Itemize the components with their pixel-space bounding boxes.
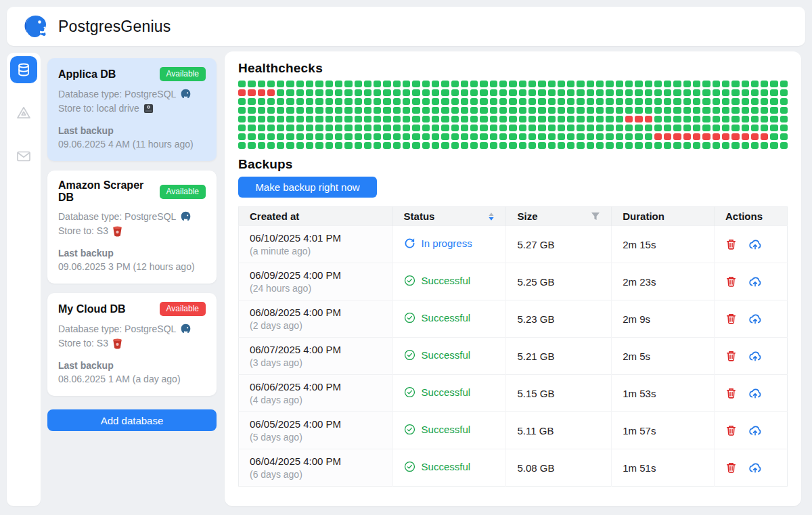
healthcheck-cell-failed bbox=[742, 133, 749, 140]
upload-backup-button[interactable] bbox=[748, 313, 762, 325]
database-name: Amazon Scraper DB bbox=[58, 179, 160, 204]
backup-duration: 2m 23s bbox=[612, 263, 715, 300]
filter-icon[interactable] bbox=[591, 212, 600, 221]
healthcheck-cell-ok bbox=[441, 98, 449, 105]
upload-backup-button[interactable] bbox=[748, 275, 762, 288]
healthcheck-cell-ok bbox=[567, 81, 574, 87]
healthcheck-cell-ok bbox=[325, 98, 333, 105]
column-header-status[interactable]: Status bbox=[392, 207, 506, 226]
healthcheck-cell-ok bbox=[286, 142, 294, 149]
sidebar-icon-rail bbox=[7, 53, 41, 506]
healthcheck-cell-ok bbox=[548, 98, 556, 105]
healthcheck-cell-ok bbox=[248, 142, 255, 149]
last-backup-value: 09.06.2025 3 PM (12 hours ago) bbox=[58, 260, 206, 273]
upload-backup-button[interactable] bbox=[748, 238, 762, 250]
healthcheck-cell-ok bbox=[625, 125, 633, 131]
nav-storage-button[interactable] bbox=[10, 99, 37, 127]
healthcheck-cell-failed bbox=[731, 133, 739, 140]
healthcheck-cell-ok bbox=[645, 125, 652, 131]
upload-backup-button[interactable] bbox=[748, 424, 762, 436]
healthcheck-cell-ok bbox=[277, 107, 284, 114]
delete-backup-button[interactable] bbox=[725, 238, 737, 250]
healthcheck-cell-ok bbox=[383, 116, 390, 122]
healthcheck-cell-ok bbox=[673, 107, 681, 114]
healthcheck-cell-ok bbox=[267, 142, 275, 149]
healthcheck-cell-ok bbox=[393, 81, 401, 87]
availability-badge: Available bbox=[160, 185, 206, 199]
s3-icon bbox=[112, 338, 122, 349]
healthcheck-cell-ok bbox=[770, 125, 777, 131]
database-card[interactable]: Applica DB Available Database type: Post… bbox=[47, 58, 217, 161]
healthcheck-cell-ok bbox=[364, 142, 371, 149]
healthcheck-cell-ok bbox=[461, 107, 468, 114]
healthcheck-cell-ok bbox=[664, 142, 671, 149]
mail-icon bbox=[16, 148, 32, 164]
healthcheck-cell-ok bbox=[315, 81, 323, 87]
healthcheck-cell-ok bbox=[355, 125, 362, 131]
delete-backup-button[interactable] bbox=[725, 313, 737, 325]
healthcheck-cell-ok bbox=[238, 142, 246, 149]
backup-relative-time: (24 hours ago) bbox=[250, 282, 382, 295]
healthcheck-cell-ok bbox=[451, 142, 459, 149]
healthcheck-cell-failed bbox=[713, 133, 720, 140]
healthcheck-cell-ok bbox=[490, 116, 497, 122]
database-type-label: Database type: PostgreSQL bbox=[58, 87, 176, 102]
healthcheck-cell-ok bbox=[625, 81, 633, 87]
healthcheck-cell-ok bbox=[780, 107, 788, 114]
database-list: Applica DB Available Database type: Post… bbox=[47, 58, 217, 431]
healthcheck-cell-ok bbox=[238, 125, 246, 131]
healthcheck-cell-ok bbox=[654, 142, 662, 149]
column-header-size[interactable]: Size bbox=[506, 207, 612, 226]
healthcheck-cell-ok bbox=[432, 81, 439, 87]
healthcheck-cell-ok bbox=[538, 116, 545, 122]
nav-databases-button[interactable] bbox=[10, 56, 37, 83]
delete-backup-button[interactable] bbox=[725, 424, 737, 436]
healthcheck-cell-ok bbox=[731, 81, 739, 87]
healthcheck-cell-ok bbox=[393, 133, 401, 140]
upload-backup-button[interactable] bbox=[748, 387, 762, 399]
healthcheck-cell-ok bbox=[683, 98, 691, 105]
sort-icon[interactable] bbox=[488, 212, 495, 221]
database-card[interactable]: My Cloud DB Available Database type: Pos… bbox=[47, 293, 217, 396]
healthcheck-cell-ok bbox=[742, 107, 749, 114]
delete-backup-button[interactable] bbox=[725, 275, 737, 288]
healthcheck-cell-ok bbox=[683, 116, 691, 122]
healthcheck-cell-ok bbox=[374, 142, 381, 149]
nav-mail-button[interactable] bbox=[10, 143, 37, 170]
healthcheck-cell-ok bbox=[625, 107, 633, 114]
healthcheck-cell-ok bbox=[403, 89, 410, 96]
healthcheck-cell-ok bbox=[596, 89, 604, 96]
postgresql-icon bbox=[180, 211, 191, 223]
upload-backup-button[interactable] bbox=[748, 350, 762, 362]
backup-duration: 1m 53s bbox=[612, 375, 715, 412]
healthcheck-cell-ok bbox=[751, 81, 759, 87]
healthcheck-cell-ok bbox=[713, 107, 720, 114]
delete-backup-button[interactable] bbox=[725, 462, 737, 474]
delete-backup-button[interactable] bbox=[725, 387, 737, 399]
healthcheck-cell-ok bbox=[422, 125, 430, 131]
healthcheck-cell-ok bbox=[315, 116, 323, 122]
healthcheck-cell-ok bbox=[412, 89, 420, 96]
healthcheck-cell-ok bbox=[335, 107, 342, 114]
delete-backup-button[interactable] bbox=[725, 350, 737, 362]
healthcheck-cell-ok bbox=[306, 98, 313, 105]
success-icon bbox=[404, 424, 415, 435]
healthcheck-cell-ok bbox=[761, 125, 768, 131]
healthcheck-cell-ok bbox=[315, 125, 323, 131]
healthcheck-cell-ok bbox=[645, 89, 652, 96]
healthcheck-cell-ok bbox=[713, 142, 720, 149]
healthcheck-cell-ok bbox=[451, 125, 459, 131]
make-backup-button[interactable]: Make backup right now bbox=[238, 177, 377, 198]
database-type-label: Database type: PostgreSQL bbox=[58, 210, 176, 224]
healthcheck-cell-ok bbox=[780, 142, 788, 149]
database-card[interactable]: Amazon Scraper DB Available Database typ… bbox=[47, 171, 217, 284]
upload-backup-button[interactable] bbox=[748, 462, 762, 474]
healthcheck-cell-ok bbox=[490, 89, 497, 96]
healthcheck-cell-ok bbox=[461, 142, 468, 149]
healthcheck-cell-ok bbox=[509, 98, 516, 105]
backup-duration: 1m 57s bbox=[612, 412, 715, 449]
healthcheck-cell-ok bbox=[355, 89, 362, 96]
add-database-button[interactable]: Add database bbox=[47, 409, 217, 431]
healthcheck-cell-ok bbox=[296, 89, 304, 96]
healthcheck-cell-ok bbox=[422, 142, 430, 149]
